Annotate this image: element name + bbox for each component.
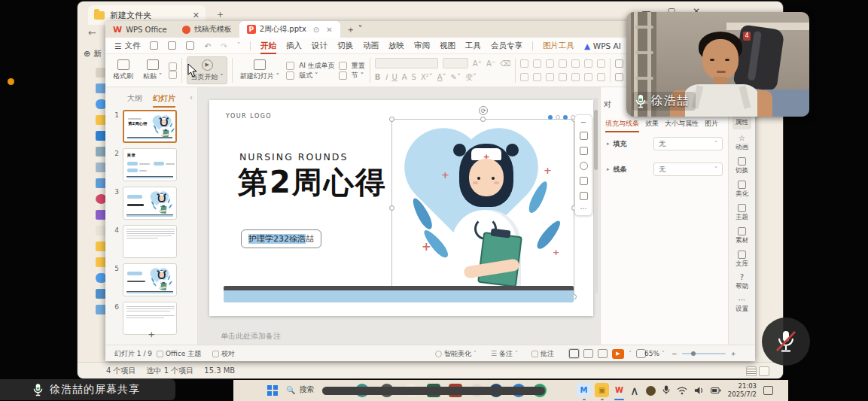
expand-arrow-icon[interactable]: ▸ [607, 166, 610, 172]
cut-icon[interactable] [169, 62, 177, 71]
scrollbar-thumb[interactable] [594, 110, 598, 170]
rail-help[interactable]: ?帮助 [736, 274, 748, 291]
chevron-down-icon[interactable]: ˅ [237, 42, 240, 49]
tab-document-active[interactable]: P 2周心得.pptx ⊙ ✕ [239, 21, 340, 38]
add-slide-button[interactable]: ＋ [105, 328, 197, 342]
print-preview-icon[interactable] [186, 41, 194, 50]
strikethrough-icon[interactable]: A̶ [402, 73, 407, 81]
clock[interactable]: 21:03 2025/7/2 [728, 382, 757, 398]
menu-wps-ai[interactable]: ▲ WPS AI [584, 41, 621, 50]
bold-icon[interactable]: B [375, 73, 381, 81]
file-explorer-icon[interactable]: ▣ [595, 383, 609, 397]
rail-settings[interactable]: ⋯设置 [736, 296, 748, 314]
tab-effect[interactable]: 效果 [645, 119, 659, 132]
slide-eyebrow-text[interactable]: NURSING ROUNDS [239, 151, 348, 163]
rail-assets[interactable]: 素材 [736, 227, 748, 245]
arrange-icon[interactable] [615, 59, 623, 68]
preview-pane-toggle-icon[interactable] [759, 366, 769, 376]
menu-picture-tools[interactable]: 图片工具 [543, 41, 574, 51]
tab-pin-icon[interactable]: ⊙ [313, 26, 319, 34]
battery-icon[interactable] [711, 386, 721, 395]
font-family-select[interactable] [375, 58, 438, 68]
text-effect-icon[interactable]: 变˅ [465, 72, 477, 83]
line-select[interactable]: 无˅ [653, 163, 723, 176]
new-tab-icon[interactable]: ＋ [215, 8, 225, 21]
webcam-video-overlay[interactable]: 4 徐浩喆 [626, 12, 809, 117]
slide-canvas[interactable]: YOUR LOGO NURSING ROUNDS 第2周心得 护理学232徐浩喆… [198, 87, 600, 345]
font-size-select[interactable] [443, 58, 468, 68]
zoom-out-icon[interactable]: − [672, 350, 678, 357]
format-painter-button[interactable]: 格式刷 [110, 59, 136, 82]
explorer-new-button[interactable]: ⊕ 新 [84, 48, 102, 59]
superscript-icon[interactable]: X²˅ [421, 73, 433, 81]
slide-editing-area[interactable]: YOUR LOGO NURSING ROUNDS 第2周心得 护理学232徐浩喆… [209, 100, 593, 316]
slide-sorter-icon[interactable] [583, 349, 593, 358]
rotate-handle[interactable]: ⟳ [479, 106, 488, 115]
details-view-toggle-icon[interactable] [746, 366, 757, 376]
save-icon[interactable] [150, 41, 158, 50]
notes-button[interactable]: ☰备注˅ [491, 345, 518, 362]
new-slide-button[interactable]: 新建幻灯片 ˅ [237, 59, 282, 82]
slide-bottom-bar[interactable] [224, 286, 574, 302]
tab-wps-office[interactable]: W WPS Office [105, 21, 175, 38]
notification-center-icon[interactable] [763, 386, 773, 395]
slide-thumbnail-3[interactable]: + + + + + [123, 187, 177, 220]
slide-thumbnail-2[interactable]: 目录 [123, 148, 177, 181]
menu-home[interactable]: 开始 [260, 41, 276, 51]
distribute-icon[interactable] [571, 73, 580, 81]
microphone-muted-button[interactable] [762, 317, 810, 366]
slide-thumbnail-4[interactable] [123, 225, 177, 258]
wps-app-icon[interactable]: W [612, 383, 626, 397]
play-options-icon[interactable]: ˅ [629, 351, 632, 357]
slide-author-box[interactable]: 护理学232徐浩喆 [241, 229, 321, 248]
resize-handle[interactable] [389, 205, 394, 211]
proofing-button[interactable]: 校对 [212, 345, 235, 362]
tray-microphone-icon[interactable] [662, 385, 670, 396]
tab-fill-line[interactable]: 填充与线条 [605, 119, 639, 132]
paste-button[interactable]: 粘贴 ˅ [140, 59, 165, 82]
hidden-icons-chevron[interactable]: ∧ [630, 384, 639, 398]
file-menu[interactable]: ☰ 文件 [114, 41, 140, 51]
rail-beautify[interactable]: 美化 [736, 181, 748, 199]
reset-button[interactable]: 重置 [339, 61, 365, 71]
text-box-icon[interactable] [615, 73, 623, 81]
layout-button[interactable]: 版式 ˅ [286, 71, 335, 81]
font-color-icon[interactable]: A˅ [437, 73, 446, 81]
clear-format-icon[interactable]: ⌫ [500, 59, 510, 68]
tab-slides[interactable]: 幻灯片 [153, 93, 175, 108]
text-direction-icon[interactable] [597, 59, 605, 68]
align-center-icon[interactable] [533, 73, 541, 81]
shadow-icon[interactable]: S [412, 73, 416, 81]
close-tab-icon[interactable]: ✕ [326, 26, 332, 34]
rail-transition[interactable]: 切换 [736, 157, 748, 175]
tray-app-icon[interactable] [646, 386, 656, 396]
decrease-indent-icon[interactable] [546, 59, 554, 68]
fill-select[interactable]: 无˅ [653, 137, 723, 150]
resize-handle[interactable] [389, 117, 394, 122]
close-tab-icon[interactable]: ✕ [193, 11, 199, 20]
meeting-app-icon[interactable]: M [577, 383, 591, 397]
zoom-in-icon[interactable] [580, 162, 588, 170]
columns-icon[interactable] [571, 59, 580, 68]
comments-button[interactable]: 批注 [531, 345, 554, 362]
highlight-color-icon[interactable]: ✎˅ [451, 73, 461, 81]
taskbar-search[interactable]: 🔍 搜索 [286, 384, 314, 395]
copy-icon[interactable] [169, 71, 177, 79]
fit-screen-icon[interactable] [580, 192, 588, 200]
expand-arrow-icon[interactable]: ▸ [607, 141, 610, 147]
rail-theme[interactable]: 主题 [736, 204, 748, 222]
zoom-slider-handle[interactable] [691, 351, 696, 356]
print-icon[interactable] [168, 41, 176, 50]
notes-placeholder[interactable]: 单击此处添加备注 [221, 331, 281, 342]
slide-thumbnail-5[interactable]: + + + + + [123, 263, 177, 296]
menu-review[interactable]: 审阅 [414, 41, 430, 51]
reading-view-icon[interactable] [598, 349, 608, 358]
menu-slideshow[interactable]: 放映 [388, 41, 404, 51]
tab-size-properties[interactable]: 大小与属性 [665, 119, 699, 132]
rail-properties[interactable]: 属性 [732, 116, 751, 129]
zoom-slider[interactable] [682, 353, 726, 354]
crop-icon[interactable] [580, 147, 588, 155]
numbered-list-icon[interactable] [533, 59, 541, 68]
slide-title-text[interactable]: 第2周心得 [238, 162, 387, 203]
bullet-list-icon[interactable] [520, 59, 528, 68]
